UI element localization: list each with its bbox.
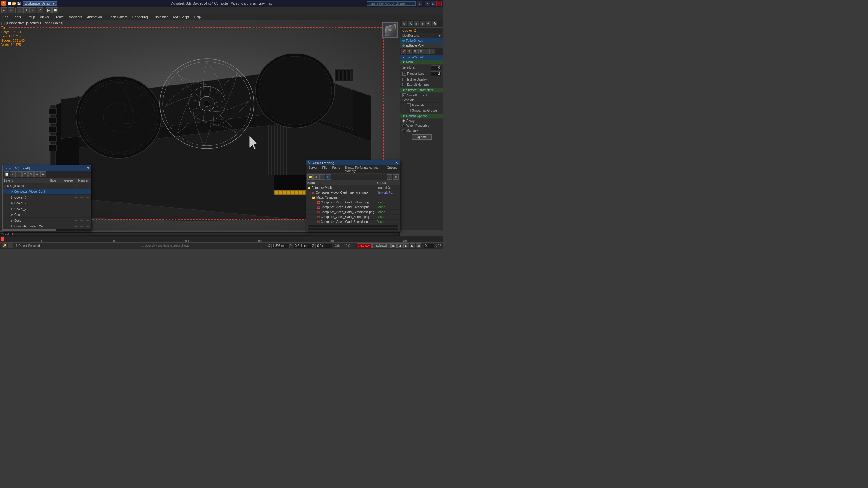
menu-edit[interactable]: Edit <box>0 14 11 20</box>
select-btn[interactable]: ⬚ <box>17 7 23 13</box>
frame-input[interactable] <box>424 243 434 248</box>
ap-icon-3[interactable]: ☰ <box>319 174 325 180</box>
row-hide-2[interactable]: — <box>73 195 79 200</box>
menu-help[interactable]: Help <box>192 14 204 20</box>
new-btn[interactable]: 📄 <box>7 2 11 5</box>
selection-filter-btn[interactable]: ⬚ <box>8 243 13 249</box>
asset-panel-close[interactable]: ✕ <box>395 161 398 165</box>
row-hide-6[interactable]: — <box>73 218 79 223</box>
update-options-header[interactable]: ▼ Update Options <box>400 114 443 119</box>
play-btn-ctrl[interactable]: ▶ <box>403 243 409 248</box>
selected-dropdown[interactable]: Selected <box>372 243 391 248</box>
motion-icon[interactable]: ▶ <box>420 21 425 27</box>
ap-row-vault[interactable]: 📁 Autodesk Vault Logged O... <box>306 186 400 190</box>
maximize-btn[interactable]: □ <box>431 1 436 6</box>
ap-row-diffuse[interactable]: 🖼 Computer_Video_Card_Diffuse.png Found <box>306 200 400 205</box>
surface-params-header[interactable]: ▼ Surface Parameters <box>400 88 443 93</box>
hierarchy-icon[interactable]: ⊞ <box>414 21 419 27</box>
row-freeze-3[interactable]: — <box>79 200 85 206</box>
row-hide-0[interactable]: ✓ <box>73 183 79 189</box>
ap-row-normal[interactable]: 🖼 Computer_Video_Card_Normal.png Found <box>306 215 400 220</box>
render-setup-btn[interactable]: 🔲 <box>52 7 58 13</box>
ap-menu-file[interactable]: File <box>320 165 330 173</box>
ap-menu-options[interactable]: Options <box>384 165 400 173</box>
y-coord-input[interactable] <box>293 243 312 248</box>
explicit-normals-check[interactable] <box>402 83 406 86</box>
ap-icon-1[interactable]: 📁 <box>307 174 313 180</box>
timeline[interactable]: 0 50 100 150 200 225 <box>0 236 443 242</box>
ap-icon-4[interactable]: ⊞ <box>326 174 331 180</box>
menu-animation[interactable]: Animation <box>85 14 104 20</box>
timeline-track[interactable] <box>12 233 399 235</box>
time-scrubber[interactable]: 0 / 225 <box>0 231 400 236</box>
mod-icon-4[interactable]: ↑ <box>424 48 430 54</box>
ap-row-maps[interactable]: 📂 Maps / Shaders <box>306 195 400 200</box>
iterations-input[interactable] <box>431 65 441 70</box>
ap-settings-icon[interactable]: ⚙ <box>393 174 399 180</box>
layer-row-cvcard[interactable]: ▷ ⊟ Computer_Video_Card □ — — — <box>3 189 91 195</box>
go-start-btn[interactable]: ⏮ <box>391 243 397 248</box>
modify-icon active[interactable]: 🔧 <box>408 21 413 27</box>
x-coord-input[interactable] <box>271 243 290 248</box>
display-icon[interactable]: 👁 <box>426 21 431 27</box>
layer-row-cooler3[interactable]: ▷ Cooler_3 — — — <box>3 195 91 200</box>
ap-scrollbar-v[interactable] <box>307 228 399 230</box>
create-icon[interactable]: ⊕ <box>402 21 407 27</box>
menu-rendering[interactable]: Rendering <box>130 14 150 20</box>
ap-scrollbar-h[interactable] <box>307 225 399 227</box>
ap-row-specular[interactable]: 🖼 Computer_Video_Card_Specular.png Found <box>306 220 400 224</box>
row-freeze-6[interactable]: — <box>79 218 85 223</box>
undo-btn[interactable]: ↩ <box>1 7 7 13</box>
scale-btn[interactable]: ⤢ <box>37 7 43 13</box>
workspace-dropdown[interactable]: Workspace: Default ▼ <box>23 1 57 6</box>
open-btn[interactable]: 📂 <box>12 2 17 5</box>
ap-row-maxfile[interactable]: 🖹 Computer_Video_Card_max_vray.max Netwo… <box>306 190 400 195</box>
layer-row-body[interactable]: ▷ Body — — — <box>3 218 91 224</box>
move-btn[interactable]: ✛ <box>24 7 30 13</box>
materials-check[interactable] <box>407 103 411 107</box>
smoothing-groups-check[interactable] <box>407 108 411 112</box>
row-hide-7[interactable]: — <box>73 224 79 229</box>
always-radio[interactable] <box>402 120 405 123</box>
render-iters-check[interactable] <box>402 72 406 76</box>
next-frame-btn[interactable]: ▶ <box>409 243 415 248</box>
layer-hide-btn[interactable]: 👁 <box>28 171 34 177</box>
row-hide-4[interactable]: — <box>73 206 79 212</box>
modifier-editpoly[interactable]: Editable Poly <box>400 43 443 48</box>
autokey-btn[interactable]: Auto Key <box>356 243 372 248</box>
row-render-6[interactable]: — <box>85 218 91 223</box>
row-hide-1[interactable]: — <box>73 189 79 194</box>
menu-group[interactable]: Group <box>24 14 38 20</box>
row-freeze-0[interactable]: — <box>79 183 85 189</box>
layer-scrollbar[interactable] <box>3 229 91 231</box>
go-end-btn[interactable]: ⏭ <box>415 243 421 248</box>
mod-icon-3[interactable]: ⊟ <box>418 48 424 54</box>
menu-tools[interactable]: Tools <box>11 14 24 20</box>
row-render-2[interactable]: — <box>85 195 91 200</box>
menu-customize[interactable]: Customize <box>150 14 171 20</box>
layer-select-btn[interactable]: ⊡ <box>22 171 28 177</box>
utilities-icon[interactable]: 🔩 <box>432 21 437 27</box>
render-btn[interactable]: ▶ <box>45 7 52 13</box>
navcube[interactable]: TOP <box>382 23 398 38</box>
row-freeze-7[interactable]: — <box>79 224 85 229</box>
layer-freeze-btn[interactable]: ❄ <box>34 171 40 177</box>
modifier-turbosmooth[interactable]: TurboSmooth <box>400 38 443 43</box>
row-freeze-1[interactable]: — <box>79 189 85 194</box>
menu-create[interactable]: Create <box>51 14 66 20</box>
ap-menu-paths[interactable]: Paths <box>330 165 343 173</box>
row-hide-5[interactable]: — <box>73 212 79 218</box>
key-mode-btn[interactable]: 🔑 <box>2 243 7 249</box>
pin-icon[interactable]: 📌 <box>401 48 406 54</box>
row-render-4[interactable]: — <box>85 206 91 212</box>
row-render-7[interactable]: — <box>85 224 91 229</box>
row-render-1[interactable]: — <box>85 189 91 194</box>
layer-render-btn[interactable]: ▶ <box>40 171 46 177</box>
save-btn[interactable]: 💾 <box>17 2 21 5</box>
ap-menu-server[interactable]: Server <box>306 165 320 173</box>
menu-views[interactable]: Views <box>37 14 51 20</box>
prev-frame-btn[interactable]: ◀ <box>397 243 403 248</box>
smooth-result-check[interactable] <box>402 93 406 97</box>
when-rendering-radio[interactable] <box>402 124 405 127</box>
redo-btn[interactable]: ↪ <box>8 7 14 13</box>
